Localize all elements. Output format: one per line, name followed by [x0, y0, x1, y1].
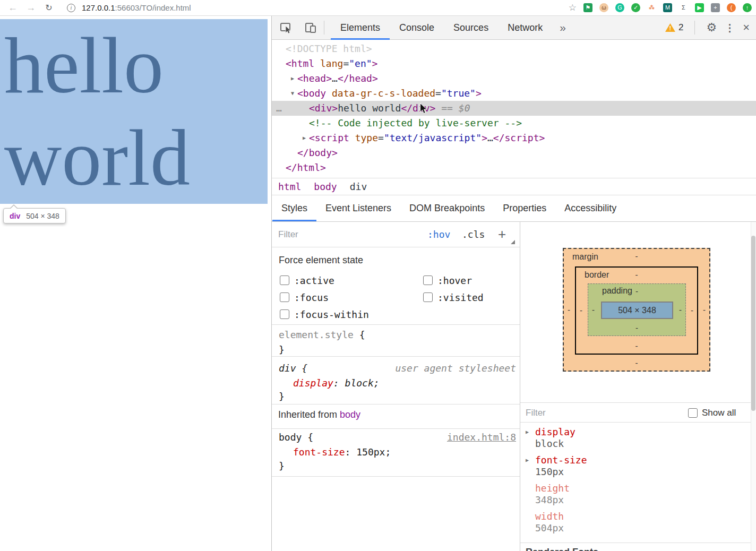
- dom-line[interactable]: </html>: [272, 160, 756, 175]
- element-classes-button[interactable]: .cls: [462, 222, 485, 247]
- styles-filter-input[interactable]: [278, 226, 395, 243]
- breadcrumb-html[interactable]: html: [278, 181, 301, 192]
- warnings-button[interactable]: ! 2: [665, 22, 683, 33]
- element-style-selector[interactable]: element.style: [279, 329, 354, 340]
- sigma-icon[interactable]: Σ: [679, 3, 688, 12]
- ua-rule-selector-line[interactable]: div {: [279, 361, 307, 376]
- expand-arrow-icon[interactable]: ▼: [289, 86, 296, 101]
- checkbox-focus-within[interactable]: [280, 309, 289, 319]
- ua-declaration[interactable]: display: block;: [293, 376, 380, 391]
- tab-properties[interactable]: Properties: [494, 195, 555, 221]
- org-chart-icon[interactable]: ⁂: [647, 3, 656, 12]
- tab-accessibility[interactable]: Accessibility: [555, 195, 625, 221]
- forward-icon[interactable]: →: [25, 2, 36, 13]
- border-right-value[interactable]: -: [691, 306, 693, 315]
- monkey-icon[interactable]: ω: [599, 3, 608, 12]
- tab-elements[interactable]: Elements: [331, 16, 390, 40]
- up-arrow-icon[interactable]: ↑: [743, 3, 752, 12]
- tab-event-listeners[interactable]: Event Listeners: [316, 195, 400, 221]
- show-all-control[interactable]: Show all: [688, 408, 736, 418]
- body-rule-selector-line[interactable]: body {: [279, 430, 313, 445]
- play-icon[interactable]: ▶: [695, 3, 704, 12]
- fish-icon[interactable]: (: [727, 3, 736, 12]
- dom-line[interactable]: <html lang="en">: [272, 56, 756, 71]
- box-model-margin[interactable]: margin - - - - border - - - - padding - …: [563, 248, 710, 372]
- address-bar[interactable]: 127.0.0.1:56603/TO/index.html: [82, 3, 191, 12]
- dom-line[interactable]: </body>: [272, 145, 756, 160]
- puzzle-icon[interactable]: +: [711, 3, 720, 12]
- margin-top-value[interactable]: -: [564, 252, 709, 261]
- padding-top-value[interactable]: -: [588, 287, 685, 296]
- inspect-element-icon[interactable]: [279, 21, 294, 35]
- body-selector[interactable]: body: [279, 432, 302, 443]
- inherited-body-link[interactable]: body: [340, 409, 360, 420]
- dom-line[interactable]: …<div>hello world</div> == $0: [272, 101, 756, 116]
- reload-icon[interactable]: ↻: [44, 3, 54, 13]
- scrollbar-thumb[interactable]: [751, 236, 755, 411]
- element-style-selector-line[interactable]: element.style {: [279, 328, 365, 342]
- body-declaration[interactable]: font-size: 150px;: [293, 445, 391, 460]
- page-info-icon[interactable]: i: [67, 4, 75, 12]
- force-state-active[interactable]: :active: [280, 272, 423, 289]
- checkbox-visited[interactable]: [423, 292, 433, 302]
- box-model-content[interactable]: 504 × 348: [601, 302, 673, 319]
- expand-arrow-icon[interactable]: ▶: [526, 429, 529, 435]
- back-icon[interactable]: ←: [7, 2, 18, 13]
- more-tabs-icon[interactable]: »: [552, 21, 573, 34]
- border-left-value[interactable]: -: [580, 306, 582, 315]
- close-devtools-icon[interactable]: ×: [743, 21, 750, 35]
- toggle-element-state-button[interactable]: :hov: [427, 222, 450, 247]
- checkbox-focus[interactable]: [280, 292, 289, 302]
- settings-gear-icon[interactable]: ⚙: [706, 21, 717, 35]
- checkbox-active[interactable]: [280, 276, 289, 285]
- bookmark-star-icon[interactable]: ☆: [569, 2, 577, 13]
- dom-line[interactable]: ▼<body data-gr-c-s-loaded="true">: [272, 86, 756, 101]
- grammarly-icon[interactable]: G: [615, 3, 624, 12]
- show-all-checkbox[interactable]: [688, 408, 698, 418]
- padding-left-value[interactable]: -: [592, 305, 595, 315]
- device-toolbar-icon[interactable]: [304, 21, 317, 35]
- padding-bottom-value[interactable]: -: [588, 323, 685, 333]
- expand-arrow-icon[interactable]: ▶: [526, 457, 529, 463]
- checkbox-hover[interactable]: [423, 276, 433, 285]
- css-property-value[interactable]: block;: [345, 377, 380, 389]
- border-bottom-value[interactable]: -: [576, 341, 697, 351]
- kebab-menu-icon[interactable]: ⋮: [725, 22, 735, 34]
- force-state-focus-within[interactable]: :focus-within: [280, 306, 423, 323]
- tab-dom-breakpoints[interactable]: DOM Breakpoints: [400, 195, 494, 221]
- dom-line[interactable]: <!-- Code injected by live-server -->: [272, 116, 756, 131]
- css-property-name[interactable]: display: [293, 377, 333, 389]
- m-icon[interactable]: M: [663, 3, 672, 12]
- stylesheet-source-link[interactable]: index.html:8: [447, 430, 516, 445]
- breadcrumb-body[interactable]: body: [314, 181, 337, 192]
- flag-icon[interactable]: ⚑: [583, 3, 592, 12]
- computed-property-font-size[interactable]: ▶font-size150px: [520, 454, 743, 479]
- css-property-value[interactable]: 150px;: [356, 446, 391, 458]
- force-state-focus[interactable]: :focus: [280, 289, 423, 306]
- tab-styles[interactable]: Styles: [272, 195, 316, 221]
- margin-left-value[interactable]: -: [568, 305, 570, 315]
- dom-line[interactable]: ▶<head>…</head>: [272, 71, 756, 86]
- tab-network[interactable]: Network: [498, 16, 552, 40]
- ua-selector[interactable]: div: [279, 363, 296, 374]
- computed-property-display[interactable]: ▶displayblock: [520, 426, 743, 451]
- overflow-gutter-icon[interactable]: …: [276, 101, 282, 116]
- margin-right-value[interactable]: -: [703, 305, 706, 315]
- force-state-visited[interactable]: :visited: [423, 289, 484, 306]
- tab-sources[interactable]: Sources: [444, 16, 498, 40]
- computed-property-height[interactable]: height348px: [520, 483, 743, 507]
- padding-right-value[interactable]: -: [679, 305, 682, 315]
- breadcrumb-div[interactable]: div: [350, 181, 367, 192]
- computed-property-width[interactable]: width504px: [520, 511, 743, 535]
- box-model-padding[interactable]: padding - - - - 504 × 348: [588, 283, 686, 336]
- css-property-name[interactable]: font-size: [293, 446, 345, 458]
- thumbs-up-icon[interactable]: ✓: [631, 3, 640, 12]
- new-style-rule-button[interactable]: +: [498, 222, 506, 246]
- computed-filter-input[interactable]: [526, 404, 632, 421]
- force-state-hover[interactable]: :hover: [423, 272, 484, 289]
- dom-line[interactable]: ▶<script type="text/javascript">…</scrip…: [272, 131, 756, 145]
- expand-arrow-icon[interactable]: ▶: [301, 131, 307, 145]
- box-model-border[interactable]: border - - - - padding - - - - 504 × 348: [575, 266, 698, 355]
- margin-bottom-value[interactable]: -: [564, 358, 709, 368]
- tab-console[interactable]: Console: [390, 16, 444, 40]
